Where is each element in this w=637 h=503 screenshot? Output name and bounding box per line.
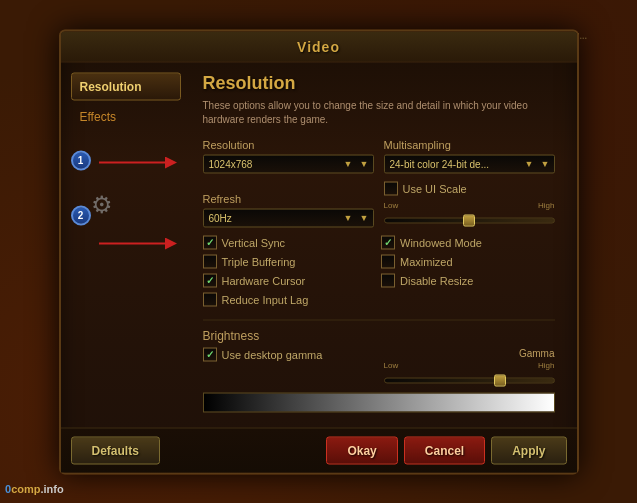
ui-scale-slider-labels: Low High: [384, 200, 555, 209]
step-1-bubble: 1: [71, 150, 91, 170]
gamma-slider-labels: Low High: [384, 360, 555, 369]
right-checkboxes: Windowed Mode Maximized Disable Resize: [381, 235, 555, 311]
cancel-button[interactable]: Cancel: [404, 436, 485, 464]
content-area: Resolution These options allow you to ch…: [191, 72, 567, 417]
maximized-label: Maximized: [400, 255, 453, 267]
use-ui-scale-item: Use UI Scale: [384, 181, 555, 195]
windowed-mode-label: Windowed Mode: [400, 236, 482, 248]
sidebar-item-resolution[interactable]: Resolution: [71, 72, 181, 100]
gamma-label: Gamma: [519, 347, 555, 358]
desktop-gamma-group: Use desktop gamma: [203, 347, 374, 366]
content-title: Resolution: [203, 72, 555, 93]
vertical-sync-label: Vertical Sync: [222, 236, 286, 248]
ui-scale-low-label: Low: [384, 200, 399, 209]
ui-scale-high-label: High: [538, 200, 554, 209]
hardware-cursor-item: Hardware Cursor: [203, 273, 377, 287]
vertical-sync-checkbox[interactable]: [203, 235, 217, 249]
defaults-button[interactable]: Defaults: [71, 436, 160, 464]
checkbox-grid: Vertical Sync Triple Buffering Hardware …: [203, 235, 555, 311]
hardware-cursor-label: Hardware Cursor: [222, 274, 306, 286]
modal-title-bar: Video: [61, 31, 577, 62]
reduce-input-lag-checkbox[interactable]: [203, 292, 217, 306]
disable-resize-label: Disable Resize: [400, 274, 473, 286]
left-checkboxes: Vertical Sync Triple Buffering Hardware …: [203, 235, 377, 311]
resolution-select[interactable]: 1024x768 ▼: [203, 154, 374, 173]
step-2-arrow-icon: [99, 233, 179, 253]
okay-button[interactable]: Okay: [326, 436, 397, 464]
gamma-slider[interactable]: [384, 377, 555, 383]
video-settings-modal: Video Resolution Effects 1: [59, 29, 579, 474]
use-ui-scale-label: Use UI Scale: [403, 182, 467, 194]
reduce-input-lag-item: Reduce Input Lag: [203, 292, 377, 306]
refresh-dropdown-arrow: ▼: [344, 213, 353, 223]
gamma-high-label: High: [538, 360, 554, 369]
ui-scale-slider[interactable]: [384, 217, 555, 223]
disable-resize-item: Disable Resize: [381, 273, 555, 287]
step-2-bubble: 2: [71, 205, 91, 225]
multisampling-label: Multisampling: [384, 138, 555, 150]
modal-footer: Defaults Okay Cancel Apply: [61, 427, 577, 472]
apply-button[interactable]: Apply: [491, 436, 566, 464]
use-ui-scale-checkbox[interactable]: [384, 181, 398, 195]
content-description: These options allow you to change the si…: [203, 98, 555, 126]
ui-scale-group: Use UI Scale Low High: [384, 181, 555, 227]
step-1-row: 1: [71, 150, 181, 170]
resolution-label: Resolution: [203, 138, 374, 150]
brightness-title: Brightness: [203, 328, 555, 342]
refresh-select-wrapper[interactable]: 60Hz ▼: [203, 208, 374, 227]
resolution-group: Resolution 1024x768 ▼: [203, 138, 374, 173]
windowed-mode-item: Windowed Mode: [381, 235, 555, 249]
multisampling-group: Multisampling 24-bit color 24-bit de... …: [384, 138, 555, 173]
desktop-gamma-item: Use desktop gamma: [203, 347, 374, 361]
resolution-dropdown-arrow: ▼: [344, 159, 353, 169]
maximized-checkbox[interactable]: [381, 254, 395, 268]
multisampling-select[interactable]: 24-bit color 24-bit de... ▼: [384, 154, 555, 173]
modal-body: Resolution Effects 1: [61, 62, 577, 427]
gamma-slider-group: Gamma Low High: [384, 347, 555, 387]
watermark: 0comp.info: [5, 483, 64, 495]
triple-buffering-checkbox[interactable]: [203, 254, 217, 268]
gear-icon: ⚙: [91, 190, 113, 218]
resolution-select-wrapper[interactable]: 1024x768 ▼: [203, 154, 374, 173]
refresh-group: Refresh 60Hz ▼: [203, 192, 374, 227]
desktop-gamma-label: Use desktop gamma: [222, 348, 323, 360]
sidebar: Resolution Effects 1: [71, 72, 181, 417]
maximized-item: Maximized: [381, 254, 555, 268]
triple-buffering-label: Triple Buffering: [222, 255, 296, 267]
gamma-low-label: Low: [384, 360, 399, 369]
step-1-arrow-icon: [99, 152, 179, 172]
modal-title: Video: [297, 38, 340, 54]
triple-buffering-item: Triple Buffering: [203, 254, 377, 268]
refresh-label: Refresh: [203, 192, 374, 204]
vertical-sync-item: Vertical Sync: [203, 235, 377, 249]
disable-resize-checkbox[interactable]: [381, 273, 395, 287]
desktop-gamma-checkbox[interactable]: [203, 347, 217, 361]
brightness-divider: [203, 319, 555, 320]
sidebar-item-effects[interactable]: Effects: [71, 102, 181, 130]
multisampling-dropdown-arrow: ▼: [525, 159, 534, 169]
multisampling-select-wrapper[interactable]: 24-bit color 24-bit de... ▼: [384, 154, 555, 173]
right-footer-buttons: Okay Cancel Apply: [326, 436, 566, 464]
sidebar-steps: 1 ⚙: [71, 150, 181, 225]
hardware-cursor-checkbox[interactable]: [203, 273, 217, 287]
refresh-select[interactable]: 60Hz ▼: [203, 208, 374, 227]
gamma-label-area: Gamma: [384, 347, 555, 358]
windowed-mode-checkbox[interactable]: [381, 235, 395, 249]
brightness-bar: [203, 392, 555, 412]
brightness-grid: Use desktop gamma Gamma Low High: [203, 347, 555, 387]
brightness-section: Brightness Use desktop gamma Gamma: [203, 328, 555, 412]
reduce-input-lag-label: Reduce Input Lag: [222, 293, 309, 305]
step-2-row: ⚙ 2: [71, 205, 181, 225]
